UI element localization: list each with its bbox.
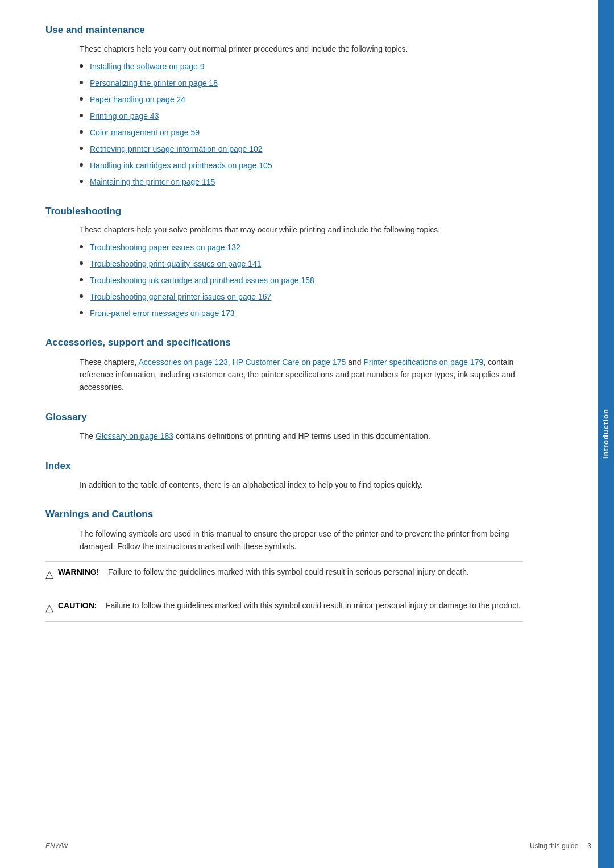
link-ts-paper[interactable]: Troubleshooting paper issues on page 132 bbox=[90, 242, 240, 254]
footer-guide-text: Using this guide bbox=[530, 841, 578, 851]
caution-label: CAUTION: bbox=[58, 601, 97, 610]
glossary-suffix: contains definitions of printing and HP … bbox=[173, 431, 430, 441]
bullet-dot bbox=[80, 245, 83, 248]
list-item: Troubleshooting ink cartridge and printh… bbox=[80, 275, 523, 286]
accessories-intro: These chapters, Accessories on page 123,… bbox=[80, 356, 523, 394]
section-title-accessories: Accessories, support and specifications bbox=[45, 335, 523, 350]
bullet-dot bbox=[80, 130, 83, 134]
link-accessories[interactable]: Accessories on page 123 bbox=[139, 358, 228, 367]
bullet-dot bbox=[80, 163, 83, 167]
warning-label: WARNING! bbox=[58, 567, 99, 576]
bullet-dot bbox=[80, 64, 83, 68]
section-title-use-and-maintenance: Use and maintenance bbox=[45, 23, 523, 38]
main-content: Use and maintenance These chapters help … bbox=[0, 0, 557, 868]
accessories-intro-prefix: These chapters, bbox=[80, 358, 139, 367]
link-printer-specs[interactable]: Printer specifications on page 179 bbox=[363, 358, 483, 367]
section-index: Index In addition to the table of conten… bbox=[45, 459, 523, 492]
list-item: Printing on page 43 bbox=[80, 110, 523, 122]
section-intro-troubleshooting: These chapters help you solve problems t… bbox=[80, 224, 523, 236]
section-title-troubleshooting: Troubleshooting bbox=[45, 204, 523, 219]
list-item: Maintaining the printer on page 115 bbox=[80, 176, 523, 188]
sidebar-tab-label: Introduction bbox=[600, 409, 612, 459]
section-use-and-maintenance: Use and maintenance These chapters help … bbox=[45, 23, 523, 188]
section-warnings: Warnings and Cautions The following symb… bbox=[45, 507, 523, 621]
bullet-dot bbox=[80, 278, 83, 281]
link-paper-handling[interactable]: Paper handling on page 24 bbox=[90, 94, 185, 106]
use-and-maintenance-list: Installing the software on page 9 Person… bbox=[80, 61, 523, 188]
bullet-dot bbox=[80, 294, 83, 298]
bullet-dot bbox=[80, 81, 83, 84]
link-maintaining-printer[interactable]: Maintaining the printer on page 115 bbox=[90, 176, 215, 188]
troubleshooting-list: Troubleshooting paper issues on page 132… bbox=[80, 242, 523, 319]
bullet-dot bbox=[80, 311, 83, 314]
section-glossary: Glossary The Glossary on page 183 contai… bbox=[45, 410, 523, 443]
warning-box-warning: △ WARNING! Failure to follow the guideli… bbox=[45, 561, 523, 587]
section-intro-use-and-maintenance: These chapters help you carry out normal… bbox=[80, 43, 523, 55]
list-item: Paper handling on page 24 bbox=[80, 94, 523, 106]
link-ts-general[interactable]: Troubleshooting general printer issues o… bbox=[90, 291, 271, 303]
glossary-prefix: The bbox=[80, 431, 96, 441]
bullet-dot bbox=[80, 261, 83, 265]
caution-description: Failure to follow the guidelines marked … bbox=[106, 601, 521, 610]
bullet-dot bbox=[80, 147, 83, 150]
warning-box-caution: △ CAUTION: Failure to follow the guideli… bbox=[45, 595, 523, 622]
section-troubleshooting: Troubleshooting These chapters help you … bbox=[45, 204, 523, 320]
section-title-warnings: Warnings and Cautions bbox=[45, 507, 523, 522]
list-item: Troubleshooting paper issues on page 132 bbox=[80, 242, 523, 254]
link-front-panel[interactable]: Front-panel error messages on page 173 bbox=[90, 308, 234, 319]
warning-text-caution: CAUTION: Failure to follow the guideline… bbox=[58, 600, 523, 612]
bullet-dot bbox=[80, 97, 83, 101]
link-customer-care[interactable]: HP Customer Care on page 175 bbox=[233, 358, 346, 367]
list-item: Troubleshooting general printer issues o… bbox=[80, 291, 523, 303]
caution-triangle-icon: △ bbox=[45, 600, 53, 616]
accessories-mid1: , bbox=[228, 358, 233, 367]
page-wrapper: Use and maintenance These chapters help … bbox=[0, 0, 614, 868]
warning-triangle-icon: △ bbox=[45, 567, 53, 582]
link-ts-print-quality[interactable]: Troubleshooting print-quality issues on … bbox=[90, 258, 261, 270]
glossary-text: The Glossary on page 183 contains defini… bbox=[80, 430, 523, 442]
list-item: Retrieving printer usage information on … bbox=[80, 143, 523, 155]
list-item: Troubleshooting print-quality issues on … bbox=[80, 258, 523, 270]
sidebar-introduction-tab[interactable]: Introduction bbox=[598, 0, 614, 868]
warnings-intro: The following symbols are used in this m… bbox=[80, 528, 523, 553]
link-ts-ink-cartridge[interactable]: Troubleshooting ink cartridge and printh… bbox=[90, 275, 314, 286]
warning-description: Failure to follow the guidelines marked … bbox=[108, 567, 469, 576]
bullet-dot bbox=[80, 180, 83, 183]
footer: ENWW Using this guide 3 bbox=[45, 841, 591, 851]
link-installing-software[interactable]: Installing the software on page 9 bbox=[90, 61, 205, 73]
link-color-management[interactable]: Color management on page 59 bbox=[90, 127, 200, 139]
list-item: Installing the software on page 9 bbox=[80, 61, 523, 73]
list-item: Personalizing the printer on page 18 bbox=[80, 77, 523, 89]
footer-enww: ENWW bbox=[45, 841, 68, 851]
footer-right: Using this guide 3 bbox=[530, 841, 591, 851]
link-handling-ink[interactable]: Handling ink cartridges and printheads o… bbox=[90, 160, 272, 172]
warning-text-warning: WARNING! Failure to follow the guideline… bbox=[58, 566, 523, 578]
footer-page-number: 3 bbox=[587, 841, 591, 851]
list-item: Handling ink cartridges and printheads o… bbox=[80, 160, 523, 172]
accessories-mid2: and bbox=[346, 358, 363, 367]
index-text: In addition to the table of contents, th… bbox=[80, 479, 523, 491]
link-retrieving-usage[interactable]: Retrieving printer usage information on … bbox=[90, 143, 263, 155]
section-title-index: Index bbox=[45, 459, 523, 474]
section-accessories: Accessories, support and specifications … bbox=[45, 335, 523, 394]
bullet-dot bbox=[80, 114, 83, 117]
section-title-glossary: Glossary bbox=[45, 410, 523, 425]
list-item: Front-panel error messages on page 173 bbox=[80, 308, 523, 319]
list-item: Color management on page 59 bbox=[80, 127, 523, 139]
link-personalizing-printer[interactable]: Personalizing the printer on page 18 bbox=[90, 77, 218, 89]
link-glossary[interactable]: Glossary on page 183 bbox=[96, 431, 173, 441]
link-printing[interactable]: Printing on page 43 bbox=[90, 110, 159, 122]
